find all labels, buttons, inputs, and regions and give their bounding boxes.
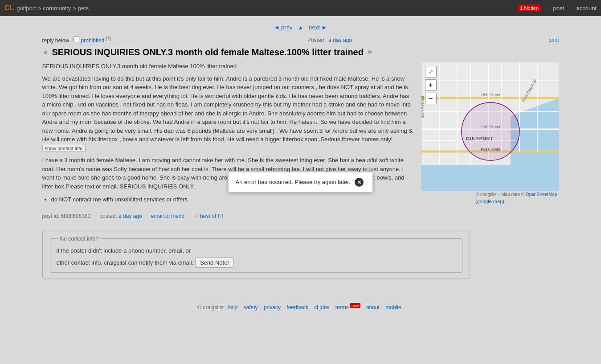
right-nav: 1 hidden | post | account [518, 4, 597, 12]
best-of-link[interactable]: best of [200, 213, 216, 219]
post-title-row: ★ SERIOUS INQUIRIES ONLY.3 month old fem… [42, 47, 559, 57]
best-of-heart-icon: ♡ [193, 213, 198, 219]
prohibited-checkbox[interactable] [74, 37, 79, 42]
error-message: An error has occurred. Please try again … [236, 179, 351, 185]
map-zoom-in-button[interactable]: + [425, 79, 437, 91]
bullet-item-1: do NOT contact me with unsolicited servi… [51, 195, 414, 204]
footer-cl-jobs[interactable]: cl jobs [314, 304, 329, 311]
best-of-sup: [?] [218, 213, 223, 218]
send-note-button[interactable]: Send Note! [195, 258, 234, 268]
no-contact-legend: No contact info? [58, 236, 101, 242]
post-id-value: 6808608380 [61, 213, 91, 219]
post-id-label: post id: 6808608380 [42, 213, 91, 219]
account-link[interactable]: account [576, 5, 597, 12]
map-attribution: © craigslist · Map data © OpenStreetMap [421, 191, 559, 198]
map-controls: ⤢ + − [425, 66, 437, 104]
breadcrumb: gulfport > community > pets [16, 5, 89, 12]
osm-link[interactable]: OpenStreetMap [526, 192, 557, 197]
next-link[interactable]: next ► [309, 24, 327, 31]
google-map-link: (google map) [421, 199, 559, 204]
svg-point-16 [462, 102, 519, 160]
reply-label: reply below [42, 37, 70, 44]
svg-text:Pass Road: Pass Road [480, 147, 500, 151]
breadcrumb-community[interactable]: community [43, 5, 71, 12]
map-container: ⤢ + − [421, 62, 559, 206]
favorite-star[interactable]: ★ [42, 48, 49, 57]
map-zoom-out-button[interactable]: − [425, 93, 437, 104]
post-bullets: do NOT contact me with unsolicited servi… [51, 195, 414, 204]
footer-mobile[interactable]: mobile [385, 304, 401, 311]
cl-logo[interactable]: CL [4, 4, 14, 12]
breadcrumb-gulfport[interactable]: gulfport [16, 5, 36, 12]
header: CL gulfport > community > pets 1 hidden … [0, 0, 601, 16]
footer-privacy[interactable]: privacy [264, 304, 281, 311]
footer: © craigslist help safety privacy feedbac… [0, 296, 601, 321]
post-link[interactable]: post [553, 5, 564, 12]
prohibited-sup: [?] [106, 36, 111, 41]
show-contact-button[interactable]: show contact info [42, 145, 86, 152]
prev-link[interactable]: ◄ prev [274, 24, 293, 31]
google-map-anchor[interactable]: google map [477, 199, 503, 204]
reply-section: reply below prohibited [?] [42, 36, 111, 44]
post-meta-row: reply below prohibited [?] Posted a day … [42, 34, 559, 47]
breadcrumb-pets[interactable]: pets [78, 5, 89, 12]
post-posted-label: posted: a day ago [99, 213, 142, 219]
no-contact-text: if the poster didn't include a phone num… [57, 246, 456, 268]
footer-help[interactable]: help [228, 304, 238, 311]
main-content: ◄ prev ▲ next ► reply below prohibited [… [33, 16, 568, 283]
svg-marker-1 [421, 165, 559, 191]
print-link[interactable]: print [548, 37, 559, 43]
new-badge: new [350, 303, 360, 308]
svg-text:28th Street: 28th Street [480, 93, 500, 97]
svg-text:GULFPORT: GULFPORT [466, 136, 493, 141]
posted-label: Posted [307, 37, 324, 43]
post-footer: post id: 6808608380 posted: a day ago em… [42, 213, 559, 219]
nav-row: ◄ prev ▲ next ► [42, 20, 559, 34]
post-title: SERIOUS INQUIRIES ONLY.3 month old femal… [52, 47, 364, 57]
divider1: | [546, 5, 548, 12]
divider2: | [569, 5, 571, 12]
prohibited-link[interactable]: prohibited [81, 37, 105, 44]
footer-feedback[interactable]: feedback [286, 304, 308, 311]
footer-copyright: © craigslist [197, 304, 224, 311]
breadcrumb-sep2: > [73, 5, 76, 12]
no-contact-box: No contact info? if the poster didn't in… [42, 230, 470, 279]
best-of-section: ♡ best of [?] [193, 213, 223, 219]
post-paragraph-2: We are devastated having to do this but … [42, 74, 414, 153]
hidden-badge[interactable]: 1 hidden [518, 4, 541, 12]
up-link[interactable]: ▲ [298, 24, 303, 31]
footer-about[interactable]: about [366, 304, 380, 311]
flag-icon[interactable]: ⚑ [367, 49, 373, 56]
no-contact-fieldset: No contact info? if the poster didn't in… [50, 236, 462, 273]
map-svg: 28th Street 15th Street Pass Road 60th A… [421, 62, 559, 191]
email-friend-link[interactable]: email to friend [151, 213, 184, 219]
post-posted-time[interactable]: a day ago [119, 213, 142, 219]
error-popup: An error has occurred. Please try again … [228, 172, 373, 192]
map-box[interactable]: ⤢ + − [421, 62, 559, 191]
error-close-button[interactable]: × [355, 178, 364, 187]
map-expand-button[interactable]: ⤢ [425, 66, 437, 78]
posted-section: Posted a day ago [307, 37, 352, 43]
post-paragraph-1: SERIOUS INQUIRIES ONLY.3 month old femal… [42, 62, 414, 71]
footer-safety[interactable]: safety [244, 304, 258, 311]
svg-text:15th Street: 15th Street [480, 125, 500, 129]
footer-terms[interactable]: terms new [335, 304, 360, 311]
breadcrumb-sep1: > [38, 5, 41, 12]
posted-time[interactable]: a day ago [328, 37, 352, 43]
svg-text:60th Avenue: 60th Avenue [421, 96, 425, 118]
